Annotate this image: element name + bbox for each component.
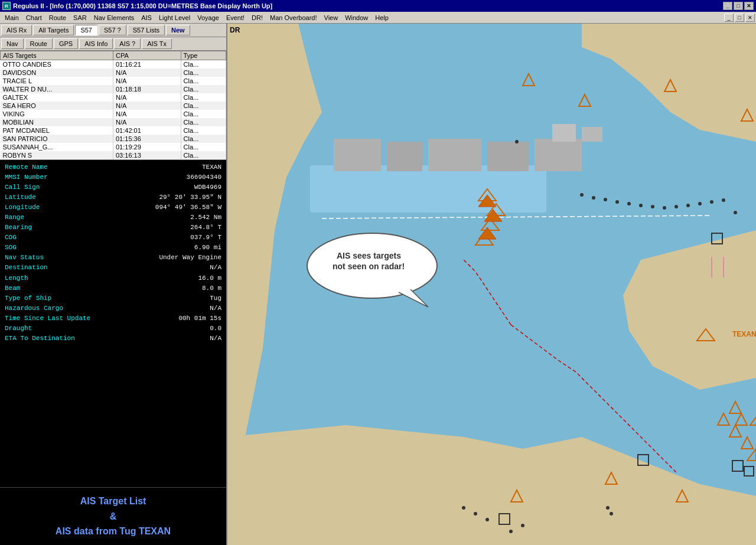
value-sog: 6.90 mi: [194, 243, 221, 253]
svg-point-54: [674, 205, 678, 208]
annotation-line3: AIS data from Tug TEXAN: [2, 524, 224, 539]
svg-point-51: [639, 204, 643, 207]
table-row[interactable]: VIKING N/A Cla...: [1, 110, 226, 118]
inner-close[interactable]: ✕: [745, 14, 755, 22]
info-row-lastupdate: Time Since Last Update 00h 01m 15s: [5, 314, 221, 324]
menu-voyage[interactable]: Voyage: [194, 13, 223, 22]
menu-window[interactable]: Window: [341, 13, 372, 22]
svg-rect-12: [552, 124, 576, 142]
label-cog: COG: [5, 233, 17, 243]
map-svg: ! B AIS sees targets not seen on radar! …: [227, 24, 756, 545]
cell-target-name: GALTEX: [1, 93, 113, 102]
menu-nav-elements[interactable]: Nav Elements: [90, 13, 138, 22]
menu-ais[interactable]: AIS: [138, 13, 155, 22]
inner-minimize[interactable]: _: [724, 14, 734, 22]
svg-point-61: [474, 512, 477, 515]
cell-target-name: WALTER D NU...: [1, 85, 113, 93]
table-row[interactable]: TRACIE L N/A Cla...: [1, 77, 226, 85]
cell-cpa: 01:42:01: [113, 126, 181, 135]
col-header-cpa[interactable]: CPA: [113, 51, 181, 60]
cell-cpa: N/A: [113, 110, 181, 118]
svg-rect-13: [582, 127, 602, 142]
minimize-button[interactable]: _: [723, 2, 732, 10]
menu-route[interactable]: Route: [45, 13, 70, 22]
btn-ais-info[interactable]: AIS Info: [79, 38, 113, 49]
col-header-targets[interactable]: AIS Targets: [1, 51, 113, 60]
value-draught: 0.0: [210, 324, 221, 334]
svg-point-56: [698, 202, 702, 205]
menu-chart[interactable]: Chart: [22, 13, 45, 22]
table-row[interactable]: DAVIDSON N/A Cla...: [1, 68, 226, 77]
btn-s57[interactable]: S57: [75, 25, 97, 35]
label-eta: ETA To Destination: [5, 334, 75, 344]
title-bar-left: R Regulus II - [Info (1:70,000) 11368 S5…: [2, 2, 272, 10]
menu-help[interactable]: Help: [372, 13, 392, 22]
btn-s57-lists[interactable]: S57 Lists: [128, 25, 165, 35]
map-area[interactable]: DR: [227, 24, 756, 545]
value-navstatus: Under Way Engine: [159, 253, 221, 263]
ais-table-container[interactable]: AIS Targets CPA Type OTTO CANDIES 01:16:…: [0, 51, 226, 160]
btn-s57-q[interactable]: S57 ?: [99, 25, 126, 35]
cell-cpa: N/A: [113, 118, 181, 126]
btn-nav[interactable]: Nav: [1, 38, 24, 49]
table-row[interactable]: PAT MCDANIEL 01:42:01 Cla...: [1, 126, 226, 135]
btn-all-targets[interactable]: All Targets: [33, 25, 74, 35]
close-button[interactable]: ✕: [744, 2, 754, 10]
menu-sar[interactable]: SAR: [70, 13, 90, 22]
svg-point-65: [606, 506, 610, 510]
svg-point-55: [686, 204, 690, 207]
app-icon: R: [2, 2, 11, 10]
value-eta: N/A: [210, 334, 221, 344]
menu-main[interactable]: Main: [1, 13, 22, 22]
ais-table: AIS Targets CPA Type OTTO CANDIES 01:16:…: [0, 51, 226, 160]
main-layout: AIS Rx All Targets S57 S57 ? S57 Lists N…: [0, 24, 756, 545]
value-longitude: 094° 49' 36.58" W: [155, 203, 221, 213]
table-row[interactable]: OTTO CANDIES 01:16:21 Cla...: [1, 60, 226, 69]
label-range: Range: [5, 213, 24, 223]
cell-cpa: 01:18:18: [113, 85, 181, 93]
svg-point-49: [615, 200, 619, 204]
label-sog: SOG: [5, 243, 17, 253]
menu-light-level[interactable]: Light Level: [155, 13, 194, 22]
info-row-navstatus: Nav Status Under Way Engine: [5, 253, 221, 263]
cell-type: Cla...: [181, 77, 226, 85]
cell-cpa: N/A: [113, 68, 181, 77]
label-beam: Beam: [5, 283, 20, 293]
btn-ais-rx[interactable]: AIS Rx: [1, 25, 32, 35]
table-row[interactable]: SAN PATRICIO 01:15:36 Cla...: [1, 135, 226, 143]
menu-dr[interactable]: DR!: [248, 13, 266, 22]
menu-man-overboard[interactable]: Man Overboard!: [266, 13, 320, 22]
col-header-type[interactable]: Type: [181, 51, 226, 60]
maximize-button[interactable]: □: [734, 2, 743, 10]
menu-event[interactable]: Event!: [223, 13, 248, 22]
menu-view[interactable]: View: [321, 13, 342, 22]
cell-target-name: ROBYN S: [1, 151, 113, 159]
label-length: Length: [5, 273, 28, 283]
annotation-line1: AIS Target List: [2, 494, 224, 509]
cell-cpa: N/A: [113, 77, 181, 85]
btn-route[interactable]: Route: [25, 38, 53, 49]
table-row[interactable]: GALTEX N/A Cla...: [1, 93, 226, 102]
svg-point-48: [604, 198, 607, 201]
btn-ais-q[interactable]: AIS ?: [114, 38, 141, 49]
table-row[interactable]: ROBYN S 03:16:13 Cla...: [1, 151, 226, 159]
toolbar-row-2: Nav Route GPS AIS Info AIS ? AIS Tx: [0, 37, 226, 51]
title-bar-controls[interactable]: _ □ ✕: [723, 2, 754, 10]
table-row[interactable]: SEA HERO N/A Cla...: [1, 102, 226, 110]
table-row[interactable]: SUSANNAH_G... 01:19:29 Cla...: [1, 143, 226, 151]
btn-ais-tx[interactable]: AIS Tx: [142, 38, 172, 49]
left-panel: AIS Rx All Targets S57 S57 ? S57 Lists N…: [0, 24, 227, 545]
svg-point-60: [462, 506, 465, 510]
svg-point-62: [485, 518, 489, 521]
btn-gps[interactable]: GPS: [54, 38, 78, 49]
value-latitude: 29° 20' 33.95" N: [159, 192, 221, 203]
label-callsign: Call Sign: [5, 182, 40, 192]
table-row[interactable]: WALTER D NU... 01:18:18 Cla...: [1, 85, 226, 93]
inner-maximize[interactable]: □: [735, 14, 744, 22]
info-row-hazardous: Hazardous Cargo N/A: [5, 303, 221, 314]
vessel-info-panel: Remote Name TEXAN MMSI Number 366904340 …: [0, 160, 226, 487]
annotation-line2: &: [2, 509, 224, 524]
toolbar-row-1: AIS Rx All Targets S57 S57 ? S57 Lists N…: [0, 24, 226, 37]
table-row[interactable]: MOBILIAN N/A Cla...: [1, 118, 226, 126]
btn-new[interactable]: New: [166, 25, 190, 35]
